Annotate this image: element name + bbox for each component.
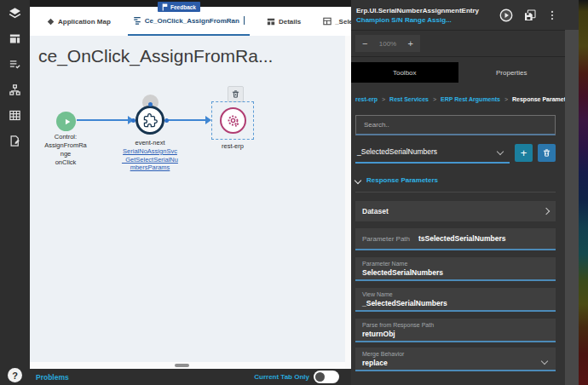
toggle-knob	[315, 372, 325, 382]
flow-icon[interactable]	[0, 77, 30, 102]
layers-icon[interactable]	[0, 0, 30, 26]
field-merge-behavior[interactable]: Merge Behavior replace	[355, 348, 556, 371]
chevron-down-icon	[355, 176, 361, 183]
chevron-down-icon	[497, 148, 504, 155]
flag-icon	[162, 3, 168, 11]
breadcrumb-separator: >	[433, 96, 436, 102]
connector-dot-left[interactable]	[131, 118, 135, 123]
dataset-label: Dataset	[362, 207, 389, 215]
flow-canvas[interactable]: ce_OnClick_AssignFromRa... Control: Assi…	[30, 36, 345, 362]
tab-selected-serial[interactable]: _SelectedSerialN	[318, 7, 351, 36]
current-tab-only-control: Current Tab Only	[254, 371, 339, 383]
chevron-down-icon	[541, 358, 548, 365]
panel-header: Erp.UI.SerialNumberAssignmentEntry Champ…	[351, 0, 579, 31]
current-tab-only-toggle[interactable]	[314, 371, 339, 383]
zoom-in-button[interactable]: +	[408, 39, 413, 49]
event-link[interactable]: SerialNoAssignSvc	[112, 147, 188, 156]
puzzle-icon	[143, 113, 158, 128]
response-parameters-section-header[interactable]: Response Parameters	[355, 176, 556, 184]
current-tab-only-label: Current Tab Only	[254, 373, 309, 381]
rename-caret	[244, 16, 245, 25]
start-node[interactable]	[56, 112, 76, 131]
breadcrumb-separator: >	[382, 96, 385, 102]
canvas-hscrollbar[interactable]	[30, 362, 345, 369]
preview-play-button[interactable]	[499, 8, 514, 23]
field-parameter-name[interactable]: Parameter Name SelectedSerialNumbers	[355, 257, 556, 281]
kebab-menu-button[interactable]	[546, 9, 558, 21]
gear-icon	[227, 114, 240, 128]
rest-erp-node[interactable]	[220, 107, 246, 134]
problems-button[interactable]: Problems	[36, 373, 69, 382]
feedback-label: Feedback	[170, 4, 196, 10]
parameter-selector-row: _SelectedSerialNumbers +	[355, 142, 556, 163]
add-parameter-button[interactable]: +	[515, 144, 533, 162]
left-sidebar: ?	[0, 0, 30, 385]
field-parameter-path[interactable]: Parameter Path tsSelectedSerialNumbers	[355, 228, 556, 250]
field-parse-from-response-path[interactable]: Parse from Response Path returnObj	[355, 319, 556, 342]
panel-scrollbar-track[interactable]	[565, 30, 579, 385]
connector-dot-top[interactable]	[148, 102, 153, 106]
parameter-select[interactable]: _SelectedSerialNumbers	[355, 141, 510, 164]
play-icon	[63, 118, 72, 126]
delete-node-button[interactable]	[228, 86, 244, 102]
field-label: Parse from Response Path	[362, 322, 549, 328]
save-button[interactable]	[523, 9, 537, 22]
tab-label: Application Map	[58, 18, 111, 26]
trash-x-icon	[231, 89, 240, 99]
field-view-name[interactable]: View Name _SelectedSerialNumbers	[355, 288, 556, 312]
task-list-icon[interactable]	[0, 51, 30, 77]
edge-start-to-event	[77, 119, 129, 121]
zoom-control: − 100% +	[355, 35, 420, 52]
dataset-row[interactable]: Dataset	[355, 201, 556, 221]
tab-details[interactable]: Details	[262, 7, 306, 36]
connector-dot-right[interactable]	[164, 118, 169, 123]
parameter-select-value: _SelectedSerialNumbers	[355, 147, 437, 156]
app-subtitle[interactable]: Champion S/N Range Assig...	[356, 16, 479, 24]
breadcrumb-rest-services[interactable]: Rest Services	[389, 96, 429, 102]
field-value: returnObj	[362, 330, 549, 338]
field-value: SelectedSerialNumbers	[362, 268, 549, 277]
field-value: _SelectedSerialNumbers	[362, 299, 549, 307]
app-title: Erp.UI.SerialNumberAssignmentEntry	[356, 7, 479, 14]
event-next-node[interactable]	[135, 106, 164, 135]
section-title: Response Parameters	[366, 176, 438, 184]
event-link[interactable]: _GetSelectSerialNu	[112, 156, 188, 164]
breadcrumb-separator: >	[504, 96, 508, 102]
help-button[interactable]: ?	[8, 368, 22, 382]
map-icon	[47, 18, 55, 26]
grid-icon	[323, 17, 331, 26]
arrowhead	[205, 116, 211, 124]
event-tab-icon	[133, 16, 141, 25]
zoom-out-button[interactable]: −	[362, 39, 367, 49]
panel-tabs: Toolbox Properties	[351, 62, 565, 83]
zoom-level: 100%	[379, 40, 396, 48]
feedback-badge[interactable]: Feedback	[158, 2, 200, 12]
field-label: Merge Behavior	[362, 351, 542, 357]
divider	[355, 192, 556, 192]
chevron-right-icon	[543, 208, 550, 215]
tab-properties[interactable]: Properties	[458, 62, 566, 83]
rest-node-label: rest-erp	[207, 142, 258, 151]
tab-toolbox[interactable]: Toolbox	[351, 62, 458, 83]
field-label: Parameter Path	[362, 235, 410, 243]
properties-panel: Erp.UI.SerialNumberAssignmentEntry Champ…	[351, 0, 579, 385]
delete-parameter-button[interactable]	[538, 144, 556, 162]
canvas-vscrollbar[interactable]	[345, 36, 351, 369]
document-edit-icon[interactable]	[0, 128, 30, 153]
event-link[interactable]: mbersParams	[112, 164, 188, 172]
desktop-edge-strip	[579, 0, 588, 385]
table-icon[interactable]	[0, 102, 30, 128]
edge-event-to-rest	[166, 119, 206, 121]
breadcrumb-rest-erp[interactable]: rest-erp	[355, 96, 378, 102]
hscroll-handle[interactable]	[175, 364, 189, 367]
breadcrumb-erp-rest-arguments[interactable]: ERP Rest Arguments	[441, 96, 500, 102]
details-icon	[267, 17, 275, 26]
search-box	[355, 115, 556, 135]
canvas-title: ce_OnClick_AssignFromRa...	[38, 46, 273, 66]
event-node-label: event-next	[112, 139, 188, 147]
status-bar: Problems Current Tab Only	[0, 369, 351, 385]
tab-application-map[interactable]: Application Map	[42, 7, 116, 36]
search-input[interactable]	[362, 120, 549, 129]
layout-icon[interactable]	[0, 26, 30, 51]
start-node-label: Control: AssignFromRa nge onClick	[36, 133, 95, 167]
